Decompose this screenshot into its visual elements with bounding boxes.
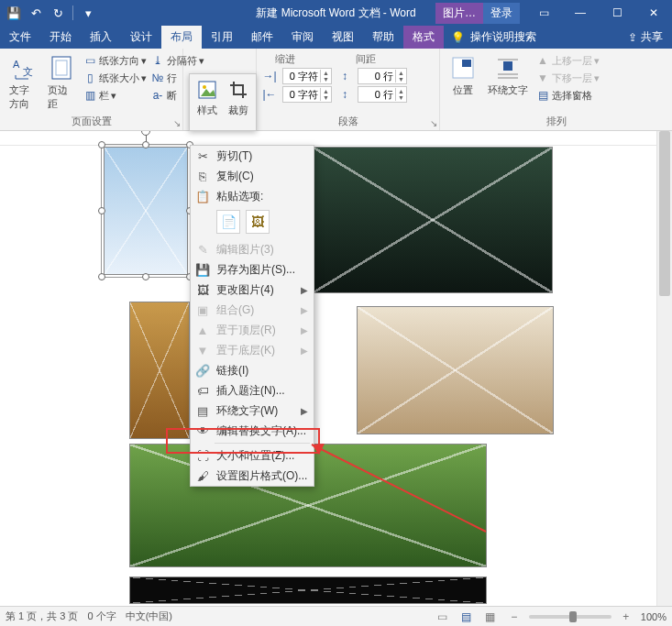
- ctx-copy[interactable]: ⎘复制(C): [191, 166, 314, 186]
- bring-forward-button: ▲上移一层 ▾: [535, 52, 600, 69]
- document-area[interactable]: [0, 131, 672, 606]
- tab-design[interactable]: 设计: [121, 26, 161, 49]
- space-before-icon: ↕: [337, 69, 352, 83]
- tell-me-search[interactable]: 💡 操作说明搜索: [444, 26, 544, 49]
- orientation-button[interactable]: ▭纸张方向 ▾: [83, 52, 147, 69]
- selection-pane-button[interactable]: ▤选择窗格: [535, 87, 600, 104]
- text-direction-label: 文字方向: [9, 83, 37, 111]
- title-bar: 💾 ↶ ↻ ▾ 新建 Microsoft Word 文档 - Word 图片… …: [0, 0, 672, 26]
- link-icon: 🔗: [194, 364, 211, 378]
- ctx-change-picture[interactable]: 🖼更改图片(4)▶: [191, 280, 314, 300]
- minimize-icon[interactable]: —: [562, 0, 599, 26]
- caption-icon: 🏷: [194, 384, 211, 398]
- space-before-input[interactable]: ▲▼: [358, 68, 407, 84]
- tab-review[interactable]: 审阅: [282, 26, 323, 49]
- tab-mailings[interactable]: 邮件: [242, 26, 282, 49]
- hyphenation-icon: a-: [150, 88, 165, 103]
- wrap-text-button[interactable]: 环绕文字: [484, 52, 532, 99]
- indent-heading: 缩进: [275, 52, 295, 66]
- group-page-setup: A文 文字方向 页边距 ▭纸张方向 ▾ ▯纸张大小 ▾ ▥栏 ▾ ⤓分隔符 ▾ …: [0, 49, 183, 130]
- ctx-wrap-text[interactable]: ▤环绕文字(W)▶: [191, 401, 314, 421]
- image-lion[interactable]: [129, 302, 190, 439]
- zoom-out-button[interactable]: −: [505, 610, 523, 624]
- columns-icon: ▥: [83, 88, 97, 103]
- paragraph-dialog-launcher[interactable]: ↘: [430, 118, 437, 128]
- redo-icon[interactable]: ↻: [48, 3, 68, 23]
- margins-icon: [48, 54, 75, 82]
- bring-forward-icon: ▲: [535, 53, 550, 68]
- image-dark[interactable]: [129, 577, 487, 604]
- picture-styles-button[interactable]: 样式: [195, 78, 219, 117]
- qat-customize-icon[interactable]: ▾: [78, 3, 98, 23]
- horizontal-ruler[interactable]: [0, 131, 672, 146]
- zoom-slider[interactable]: [529, 615, 611, 619]
- quick-access-toolbar: 💾 ↶ ↻ ▾: [0, 3, 98, 23]
- tab-file[interactable]: 文件: [0, 26, 40, 49]
- save-as-picture-icon: 💾: [194, 263, 211, 277]
- share-button[interactable]: ⇪ 共享: [619, 26, 672, 49]
- tab-view[interactable]: 视图: [323, 26, 363, 49]
- text-direction-button[interactable]: A文 文字方向: [6, 52, 40, 113]
- position-button[interactable]: 位置: [446, 52, 480, 99]
- view-read-mode[interactable]: ▭: [434, 610, 452, 624]
- tab-home[interactable]: 开始: [40, 26, 81, 49]
- ctx-size-and-position[interactable]: ⛶大小和位置(Z)...: [191, 445, 314, 466]
- ribbon: A文 文字方向 页边距 ▭纸张方向 ▾ ▯纸张大小 ▾ ▥栏 ▾ ⤓分隔符 ▾ …: [0, 49, 672, 131]
- indent-left-icon: →|: [262, 69, 277, 83]
- zoom-level[interactable]: 100%: [641, 611, 666, 622]
- margins-button[interactable]: 页边距: [44, 52, 79, 113]
- tab-insert[interactable]: 插入: [81, 26, 121, 49]
- ctx-save-as-picture[interactable]: 💾另存为图片(S)...: [191, 259, 314, 280]
- page-canvas[interactable]: [0, 146, 672, 606]
- send-backward-button: ▼下移一层 ▾: [535, 70, 600, 86]
- columns-button[interactable]: ▥栏 ▾: [83, 87, 147, 104]
- orientation-icon: ▭: [83, 53, 97, 68]
- view-web-layout[interactable]: ▦: [481, 610, 500, 624]
- vertical-scroll-thumb[interactable]: [659, 131, 670, 296]
- space-after-icon: ↕: [337, 87, 352, 102]
- zoom-in-button[interactable]: +: [617, 610, 635, 624]
- space-after-input[interactable]: ▲▼: [358, 86, 407, 103]
- indent-left-input[interactable]: ▲▼: [282, 68, 332, 84]
- crop-label: 裁剪: [228, 104, 248, 117]
- page-setup-dialog-launcher[interactable]: ↘: [173, 118, 181, 128]
- maximize-icon[interactable]: ☐: [599, 0, 635, 26]
- ribbon-display-options-icon[interactable]: ▭: [525, 0, 562, 26]
- tab-format[interactable]: 格式: [403, 26, 444, 49]
- crop-button[interactable]: 裁剪: [226, 78, 250, 117]
- image-dog[interactable]: [104, 147, 188, 275]
- contextual-tab-label: 图片…: [435, 3, 483, 24]
- ctx-edit-alt-text[interactable]: 👁编辑替换文字(A)...: [191, 421, 314, 441]
- zoom-slider-thumb[interactable]: [569, 611, 577, 622]
- copy-icon: ⎘: [194, 170, 211, 183]
- sign-in-button[interactable]: 登录: [483, 3, 520, 24]
- size-button[interactable]: ▯纸张大小 ▾: [83, 70, 147, 86]
- alt-text-icon: 👁: [194, 424, 211, 438]
- view-print-layout[interactable]: ▤: [457, 610, 476, 624]
- paste-option-keep-source[interactable]: 📄: [216, 210, 240, 234]
- status-bar: 第 1 页，共 3 页 0 个字 中文(中国) ▭ ▤ ▦ − + 100%: [0, 606, 672, 626]
- ctx-format-picture[interactable]: 🖌设置图片格式(O)...: [191, 466, 314, 486]
- undo-icon[interactable]: ↶: [26, 3, 46, 23]
- image-elephant[interactable]: [313, 147, 553, 293]
- ctx-send-to-back: ▼置于底层(K)▶: [191, 340, 314, 360]
- ctx-link[interactable]: 🔗链接(I): [191, 360, 314, 380]
- tab-layout[interactable]: 布局: [161, 26, 202, 49]
- cut-icon: ✂: [194, 149, 211, 163]
- tab-help[interactable]: 帮助: [363, 26, 403, 49]
- status-word-count[interactable]: 0 个字: [87, 610, 116, 623]
- close-icon[interactable]: ✕: [635, 0, 672, 26]
- save-icon[interactable]: 💾: [4, 3, 24, 23]
- image-tiger[interactable]: [357, 306, 554, 434]
- svg-text:A: A: [13, 59, 20, 70]
- vertical-scrollbar[interactable]: [656, 131, 672, 606]
- ribbon-tabs: 文件 开始 插入 设计 布局 引用 邮件 审阅 视图 帮助 格式 💡 操作说明搜…: [0, 26, 672, 49]
- status-language[interactable]: 中文(中国): [126, 610, 172, 623]
- indent-right-input[interactable]: ▲▼: [282, 86, 332, 103]
- paste-option-picture[interactable]: 🖼: [246, 210, 270, 234]
- tab-references[interactable]: 引用: [202, 26, 242, 49]
- status-page[interactable]: 第 1 页，共 3 页: [6, 610, 78, 623]
- ctx-insert-caption[interactable]: 🏷插入题注(N)...: [191, 380, 314, 401]
- ctx-cut[interactable]: ✂剪切(T): [191, 146, 314, 166]
- ctx-paste-options: 📄 🖼: [191, 206, 314, 239]
